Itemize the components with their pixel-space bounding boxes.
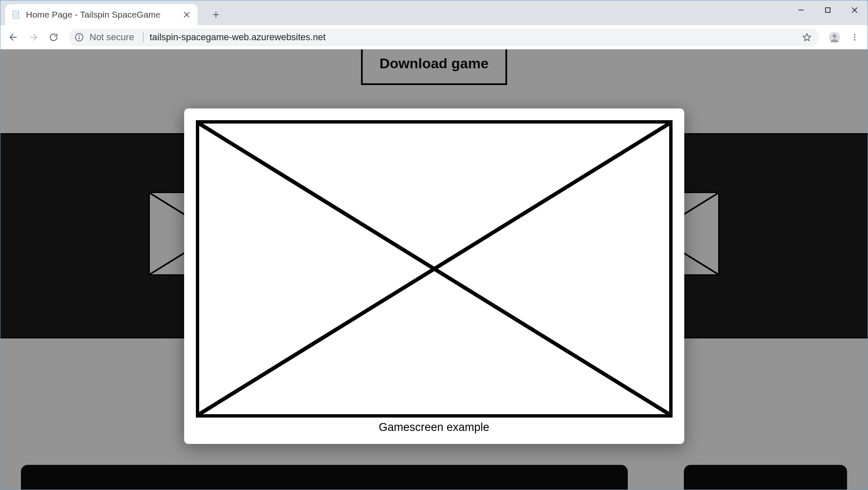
reload-button[interactable] xyxy=(45,29,62,46)
svg-point-13 xyxy=(79,35,80,36)
modal-caption: Gamescreen example xyxy=(196,421,673,434)
tab-close-icon[interactable] xyxy=(182,10,191,19)
svg-rect-14 xyxy=(79,37,80,39)
svg-point-16 xyxy=(833,34,837,38)
back-button[interactable] xyxy=(5,29,22,46)
minimize-button[interactable] xyxy=(788,0,814,20)
svg-point-19 xyxy=(854,39,855,41)
forward-button[interactable] xyxy=(25,29,42,46)
omnibox-divider xyxy=(143,32,144,42)
page-viewport: Download game Gamescreen example xyxy=(0,49,868,490)
maximize-button[interactable] xyxy=(814,0,841,20)
close-window-button[interactable] xyxy=(841,0,868,20)
browser-tab[interactable]: Home Page - Tailspin SpaceGame xyxy=(5,4,198,25)
svg-point-18 xyxy=(854,36,855,38)
window-controls xyxy=(788,0,868,20)
lightbox-modal: Gamescreen example xyxy=(184,108,684,444)
new-tab-button[interactable] xyxy=(208,6,224,23)
svg-rect-1 xyxy=(826,8,830,13)
browser-toolbar: Not secure tailspin-spacegame-web.azurew… xyxy=(0,25,868,49)
security-status: Not secure xyxy=(90,32,134,43)
bookmark-star-icon[interactable] xyxy=(802,32,812,42)
modal-overlay[interactable]: Gamescreen example xyxy=(0,49,868,490)
address-bar[interactable]: Not secure tailspin-spacegame-web.azurew… xyxy=(69,28,819,46)
tab-title: Home Page - Tailspin SpaceGame xyxy=(26,10,179,20)
tab-strip: Home Page - Tailspin SpaceGame xyxy=(0,0,868,25)
svg-point-17 xyxy=(854,34,855,36)
url-text: tailspin-spacegame-web.azurewebsites.net xyxy=(149,32,802,43)
profile-button[interactable] xyxy=(826,29,843,46)
site-info-icon[interactable] xyxy=(74,33,84,42)
tab-favicon-icon xyxy=(12,10,21,19)
modal-image-placeholder xyxy=(196,120,673,418)
kebab-menu-icon[interactable] xyxy=(846,29,863,46)
